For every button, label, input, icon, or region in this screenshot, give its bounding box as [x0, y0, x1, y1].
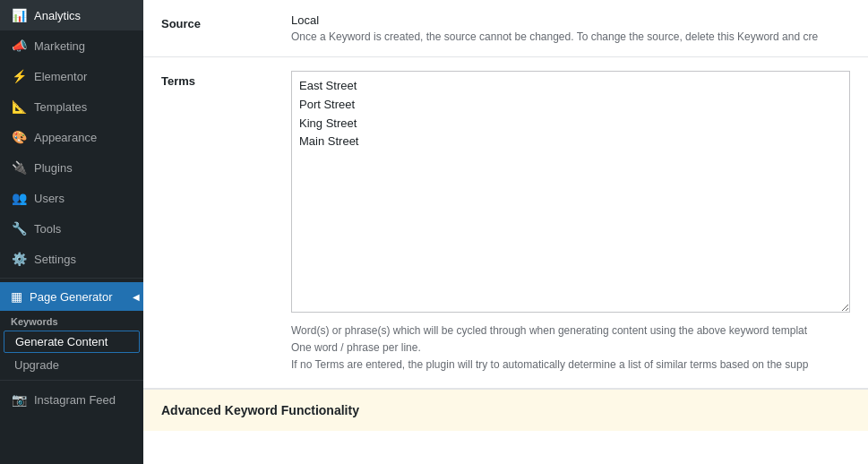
page-generator-section: Page Generator ◀: [0, 282, 143, 311]
source-note: Once a Keyword is created, the source ca…: [291, 30, 850, 43]
instagram-icon: [11, 391, 27, 408]
source-label: Source: [161, 13, 291, 30]
sidebar-item-settings-label: Settings: [34, 253, 76, 266]
sidebar-item-marketing-label: Marketing: [34, 39, 85, 53]
source-value: Local: [291, 13, 850, 27]
sidebar-divider-2: [0, 380, 143, 381]
analytics-icon: [11, 7, 27, 23]
sidebar-item-templates[interactable]: Templates: [0, 91, 143, 122]
terms-textarea[interactable]: East Street Port Street King Street Main…: [291, 71, 850, 313]
templates-icon: [11, 99, 27, 115]
sidebar-item-plugins-label: Plugins: [34, 161, 73, 175]
sidebar-item-upgrade[interactable]: Upgrade: [0, 354, 143, 376]
terms-help-line-3: If no Terms are entered, the plugin will…: [291, 358, 808, 371]
terms-help-line-1: Word(s) or phrase(s) which will be cycle…: [291, 324, 807, 337]
settings-icon: [11, 251, 27, 267]
terms-content: East Street Port Street King Street Main…: [291, 71, 850, 374]
content-area: Source Local Once a Keyword is created, …: [143, 0, 868, 431]
advanced-section: Advanced Keyword Functionality: [143, 389, 868, 431]
elementor-icon: [11, 68, 27, 84]
sidebar-item-analytics-label: Analytics: [34, 9, 81, 22]
terms-label: Terms: [161, 71, 291, 88]
sidebar-item-users-label: Users: [34, 192, 64, 205]
sidebar: Analytics Marketing Elementor Templates …: [0, 0, 143, 464]
page-generator-arrow-icon: ◀: [133, 292, 140, 302]
marketing-icon: [11, 38, 27, 54]
advanced-title: Advanced Keyword Functionality: [161, 403, 850, 417]
sidebar-item-tools-label: Tools: [34, 222, 61, 236]
generate-content-label: Generate Content: [15, 335, 107, 348]
sidebar-item-plugins[interactable]: Plugins: [0, 152, 143, 183]
sidebar-item-analytics[interactable]: Analytics: [0, 0, 143, 30]
terms-help-line-2: One word / phrase per line.: [291, 341, 421, 354]
source-content: Local Once a Keyword is created, the sou…: [291, 13, 850, 43]
sidebar-item-elementor[interactable]: Elementor: [0, 61, 143, 91]
source-field-row: Source Local Once a Keyword is created, …: [143, 0, 868, 57]
page-generator-icon: [11, 289, 22, 304]
sidebar-item-users[interactable]: Users: [0, 183, 143, 213]
sidebar-item-instagram[interactable]: Instagram Feed: [0, 384, 143, 415]
terms-help: Word(s) or phrase(s) which will be cycle…: [291, 322, 850, 374]
sidebar-item-settings[interactable]: Settings: [0, 244, 143, 274]
upgrade-label: Upgrade: [14, 358, 59, 372]
sidebar-item-generate-content[interactable]: Generate Content: [4, 331, 140, 353]
sidebar-item-elementor-label: Elementor: [34, 70, 87, 83]
appearance-icon: [11, 129, 27, 145]
users-icon: [11, 190, 27, 206]
main-content: Source Local Once a Keyword is created, …: [143, 0, 868, 464]
keywords-section-label: Keywords: [0, 311, 143, 330]
sidebar-divider: [0, 278, 143, 279]
sidebar-item-tools[interactable]: Tools: [0, 213, 143, 244]
plugins-icon: [11, 159, 27, 176]
sidebar-item-appearance[interactable]: Appearance: [0, 122, 143, 152]
sidebar-item-page-generator-label: Page Generator: [30, 290, 113, 304]
sidebar-item-marketing[interactable]: Marketing: [0, 30, 143, 61]
sidebar-item-instagram-label: Instagram Feed: [34, 393, 116, 407]
sidebar-item-appearance-label: Appearance: [34, 131, 97, 144]
tools-icon: [11, 220, 27, 236]
sidebar-item-page-generator[interactable]: Page Generator ◀: [0, 282, 143, 311]
sidebar-item-templates-label: Templates: [34, 100, 87, 114]
terms-field-row: Terms East Street Port Street King Stree…: [143, 57, 868, 389]
